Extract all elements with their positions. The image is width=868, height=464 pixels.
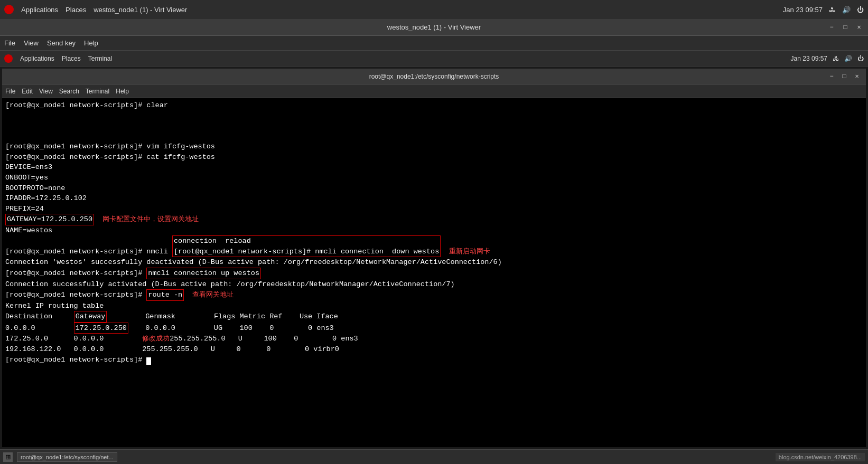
virt-titlebar-controls: − □ ✕ [827, 23, 864, 32]
os-taskbar-right: Jan 23 09:57 🖧 🔊 ⏻ [783, 6, 864, 14]
restart-annotation-text: 重新启动网卡 [449, 247, 490, 255]
status-bar-icon[interactable]: ⊞ [3, 452, 13, 462]
guest-places-label[interactable]: Places [62, 55, 81, 62]
guest-applications-label[interactable]: Applications [20, 55, 54, 62]
os-volume-icon: 🔊 [842, 6, 851, 14]
os-virt-title[interactable]: westos_node1 (1) - Virt Viewer [94, 6, 187, 14]
inner-menu-search[interactable]: Search [59, 88, 79, 95]
virt-menu-view[interactable]: View [24, 39, 39, 47]
virt-menu-sendkey[interactable]: Send key [47, 39, 76, 47]
os-applications-label[interactable]: Applications [21, 6, 58, 14]
inner-titlebar-title: root@qx_node1:/etc/sysconfig/network-scr… [369, 73, 499, 80]
route-annotation-box: route -n [146, 289, 184, 301]
route-annotation-text: 查看网关地址 [192, 290, 234, 298]
status-bar-right: blog.csdn.net/weixin_4206398... [776, 453, 865, 461]
inner-menu-file[interactable]: File [5, 88, 15, 95]
gateway-annotation-text: 网卡配置文件中，设置网关地址 [102, 215, 199, 223]
up-annotation-box: nmcli connection up westos [146, 268, 261, 279]
inner-maximize-button[interactable]: □ [839, 72, 849, 81]
guest-datetime: Jan 23 09:57 [791, 55, 827, 62]
inner-titlebar: root@qx_node1:/etc/sysconfig/network-scr… [2, 69, 866, 84]
os-power-icon[interactable]: ⏻ [857, 6, 864, 14]
guest-os-bar: Applications Places Terminal Jan 23 09:5… [0, 51, 868, 67]
status-icon-sym: ⊞ [5, 452, 11, 462]
inner-menu-edit[interactable]: Edit [22, 88, 33, 95]
virt-minimize-button[interactable]: − [827, 23, 836, 32]
virt-titlebar-title: westos_node1 (1) - Virt Viewer [387, 23, 481, 31]
virt-titlebar: westos_node1 (1) - Virt Viewer − □ ✕ [0, 19, 868, 36]
virt-menu: File View Send key Help [0, 36, 868, 51]
status-bar: ⊞ root@qx_node1:/etc/sysconfig/net... bl… [0, 449, 868, 464]
os-datetime: Jan 23 09:57 [783, 6, 823, 14]
os-places-label[interactable]: Places [66, 6, 86, 14]
modify-success-text: 修改成功 [142, 334, 170, 342]
os-taskbar-left: Applications Places westos_node1 (1) - V… [4, 5, 774, 14]
inner-menu-terminal[interactable]: Terminal [86, 88, 109, 95]
inner-titlebar-controls: − □ ✕ [827, 72, 862, 81]
virt-content-area: Applications Places Terminal Jan 23 09:5… [0, 51, 868, 464]
inner-minimize-button[interactable]: − [827, 72, 836, 81]
inner-terminal-window: root@qx_node1:/etc/sysconfig/network-scr… [2, 69, 866, 447]
guest-app-icon [4, 54, 13, 63]
gw-value-box: 172.25.0.250 [74, 323, 128, 334]
reload-annotation-box: connection reload [root@qx_node1 network… [172, 235, 441, 257]
os-taskbar: Applications Places westos_node1 (1) - V… [0, 0, 868, 19]
virt-menu-help[interactable]: Help [84, 39, 98, 47]
os-app-icon [4, 5, 14, 14]
guest-network-icon: 🖧 [833, 55, 839, 62]
inner-menu-help[interactable]: Help [116, 88, 129, 95]
virt-close-button[interactable]: ✕ [854, 23, 864, 32]
terminal-cursor [146, 357, 151, 365]
guest-power-icon[interactable]: ⏻ [857, 55, 864, 62]
terminal-output: [root@qx_node1 network-scripts]# clear [… [5, 100, 863, 365]
virt-maximize-button[interactable]: □ [841, 23, 850, 32]
guest-os-bar-right: Jan 23 09:57 🖧 🔊 ⏻ [791, 55, 864, 62]
gw-header-box: Gateway [74, 311, 107, 323]
terminal-content[interactable]: [root@qx_node1 network-scripts]# clear [… [2, 98, 866, 447]
inner-menu: File Edit View Search Terminal Help [2, 84, 866, 98]
status-bar-path[interactable]: root@qx_node1:/etc/sysconfig/net... [17, 452, 117, 462]
os-network-icon: 🖧 [829, 6, 836, 14]
virt-menu-file[interactable]: File [4, 39, 15, 47]
inner-close-button[interactable]: ✕ [852, 72, 862, 81]
guest-terminal-label[interactable]: Terminal [88, 55, 112, 62]
status-bar-url: blog.csdn.net/weixin_4206398... [776, 453, 865, 461]
gateway-annotation-box: GATEWAY=172.25.0.250 [5, 214, 94, 225]
virt-viewer-window: westos_node1 (1) - Virt Viewer − □ ✕ Fil… [0, 19, 868, 464]
guest-volume-icon: 🔊 [844, 55, 852, 62]
inner-menu-view[interactable]: View [39, 88, 53, 95]
